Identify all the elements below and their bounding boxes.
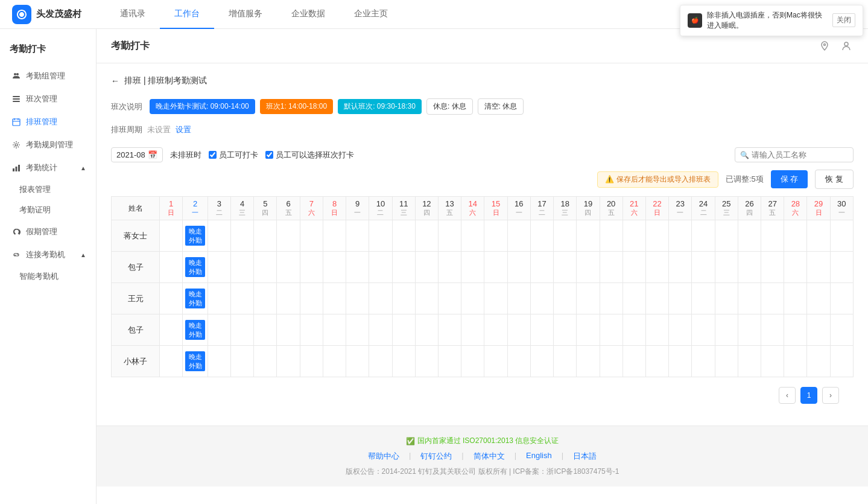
shift-cell-4-5[interactable] xyxy=(254,346,277,377)
shift-cell-0-1[interactable] xyxy=(160,220,183,252)
shift-cell-3-16[interactable] xyxy=(507,314,530,346)
shift-cell-1-14[interactable] xyxy=(461,252,484,283)
shift-cell-2-22[interactable] xyxy=(645,283,668,314)
footer-chinese-link[interactable]: 简体中文 xyxy=(474,451,505,462)
shift-cell-0-28[interactable] xyxy=(784,220,807,252)
shift-cell-2-2[interactable]: 晚走 外勤 xyxy=(183,283,208,314)
shift-cell-1-16[interactable] xyxy=(507,252,530,283)
shift-period-link[interactable]: 设置 xyxy=(176,124,191,135)
shift-cell-1-7[interactable] xyxy=(300,252,323,283)
shift-cell-0-10[interactable] xyxy=(369,220,392,252)
shift-cell-3-20[interactable] xyxy=(600,314,622,346)
sidebar-item-scheduling[interactable]: 排班管理 xyxy=(0,110,96,133)
shift-cell-0-3[interactable] xyxy=(207,220,230,252)
shift-cell-2-15[interactable] xyxy=(484,283,507,314)
shift-cell-2-13[interactable] xyxy=(438,283,461,314)
shift-cell-2-5[interactable] xyxy=(254,283,277,314)
shift-cell-1-29[interactable] xyxy=(807,252,830,283)
shift-cell-3-3[interactable] xyxy=(207,314,230,346)
clear-button[interactable]: 清空: 休息 xyxy=(478,98,524,115)
shift-cell-0-2[interactable]: 晚走 外勤 xyxy=(183,220,208,252)
footer-japanese-link[interactable]: 日本語 xyxy=(573,451,597,462)
shift-cell-1-12[interactable] xyxy=(415,252,438,283)
shift-cell-0-24[interactable] xyxy=(692,220,715,252)
shift-cell-2-24[interactable] xyxy=(692,283,715,314)
sidebar-item-reports[interactable]: 报表管理 xyxy=(0,179,96,200)
shift-cell-3-12[interactable] xyxy=(415,314,438,346)
shift-cell-0-25[interactable] xyxy=(715,220,738,252)
shift-cell-0-17[interactable] xyxy=(530,220,553,252)
shift-cell-4-7[interactable] xyxy=(300,346,323,377)
nav-value-service[interactable]: 增值服务 xyxy=(214,0,277,29)
shift-cell-2-27[interactable] xyxy=(761,283,784,314)
save-button[interactable]: 保 存 xyxy=(771,170,808,188)
shift-cell-3-26[interactable] xyxy=(738,314,761,346)
shift-cell-0-9[interactable] xyxy=(346,220,369,252)
shift-cell-1-20[interactable] xyxy=(600,252,622,283)
user-icon[interactable] xyxy=(839,39,854,53)
shift-cell-4-25[interactable] xyxy=(715,346,738,377)
shift-cell-1-19[interactable] xyxy=(577,252,600,283)
shift-cell-1-21[interactable] xyxy=(622,252,645,283)
footer-nailing-link[interactable]: 钉钉公约 xyxy=(420,451,452,462)
shift-cell-2-7[interactable] xyxy=(300,283,323,314)
shift-cell-1-23[interactable] xyxy=(669,252,692,283)
nav-contacts[interactable]: 通讯录 xyxy=(106,0,160,29)
location-icon[interactable] xyxy=(817,39,832,53)
shift-cell-0-23[interactable] xyxy=(669,220,692,252)
shift-cell-1-13[interactable] xyxy=(438,252,461,283)
shift-cell-3-22[interactable] xyxy=(645,314,668,346)
badge-rest[interactable]: 休息: 休息 xyxy=(426,98,473,115)
search-box[interactable]: 🔍 xyxy=(735,147,854,162)
date-picker[interactable]: 2021-08 📅 xyxy=(111,147,163,162)
shift-cell-1-24[interactable] xyxy=(692,252,715,283)
shift-cell-0-13[interactable] xyxy=(438,220,461,252)
shift-cell-3-23[interactable] xyxy=(669,314,692,346)
checkbox-employee-clock[interactable]: 员工可打卡 xyxy=(209,150,258,161)
shift-cell-2-17[interactable] xyxy=(530,283,553,314)
shift-cell-0-7[interactable] xyxy=(300,220,323,252)
shift-cell-1-17[interactable] xyxy=(530,252,553,283)
shift-cell-3-18[interactable] xyxy=(554,314,577,346)
shift-cell-1-1[interactable] xyxy=(160,252,183,283)
badge-class1[interactable]: 班次1: 14:00-18:00 xyxy=(260,99,333,114)
shift-cell-4-10[interactable] xyxy=(369,346,392,377)
shift-cell-4-6[interactable] xyxy=(277,346,300,377)
shift-cell-3-11[interactable] xyxy=(392,314,415,346)
shift-cell-0-30[interactable] xyxy=(830,220,853,252)
shift-cell-0-22[interactable] xyxy=(645,220,668,252)
shift-cell-2-19[interactable] xyxy=(577,283,600,314)
shift-cell-2-6[interactable] xyxy=(277,283,300,314)
shift-cell-3-15[interactable] xyxy=(484,314,507,346)
search-input[interactable] xyxy=(752,150,848,159)
badge-default-class[interactable]: 默认班次: 09:30-18:30 xyxy=(338,99,422,114)
shift-cell-2-12[interactable] xyxy=(415,283,438,314)
shift-cell-4-12[interactable] xyxy=(415,346,438,377)
sidebar-item-attendance-group[interactable]: 考勤组管理 xyxy=(0,65,96,88)
shift-cell-4-28[interactable] xyxy=(784,346,807,377)
shift-cell-3-14[interactable] xyxy=(461,314,484,346)
shift-cell-4-16[interactable] xyxy=(507,346,530,377)
shift-cell-2-14[interactable] xyxy=(461,283,484,314)
shift-cell-1-2[interactable]: 晚走 外勤 xyxy=(183,252,208,283)
shift-cell-3-27[interactable] xyxy=(761,314,784,346)
sidebar-item-stats[interactable]: 考勤统计 ▲ xyxy=(0,156,96,179)
nav-enterprise-home[interactable]: 企业主页 xyxy=(340,0,402,29)
shift-cell-3-6[interactable] xyxy=(277,314,300,346)
shift-cell-1-15[interactable] xyxy=(484,252,507,283)
shift-cell-3-1[interactable] xyxy=(160,314,183,346)
badge-night-outside[interactable]: 晚走外勤卡测试: 09:00-14:00 xyxy=(150,99,255,114)
shift-cell-3-10[interactable] xyxy=(369,314,392,346)
shift-cell-4-17[interactable] xyxy=(530,346,553,377)
shift-cell-4-14[interactable] xyxy=(461,346,484,377)
shift-cell-4-30[interactable] xyxy=(830,346,853,377)
page-prev-button[interactable]: ‹ xyxy=(779,387,796,404)
shift-cell-2-9[interactable] xyxy=(346,283,369,314)
shift-cell-1-8[interactable] xyxy=(323,252,346,283)
nav-workbench[interactable]: 工作台 xyxy=(160,0,214,29)
shift-cell-2-3[interactable] xyxy=(207,283,230,314)
shift-cell-4-21[interactable] xyxy=(622,346,645,377)
shift-cell-0-19[interactable] xyxy=(577,220,600,252)
shift-cell-0-14[interactable] xyxy=(461,220,484,252)
footer-english-link[interactable]: English xyxy=(526,451,552,462)
